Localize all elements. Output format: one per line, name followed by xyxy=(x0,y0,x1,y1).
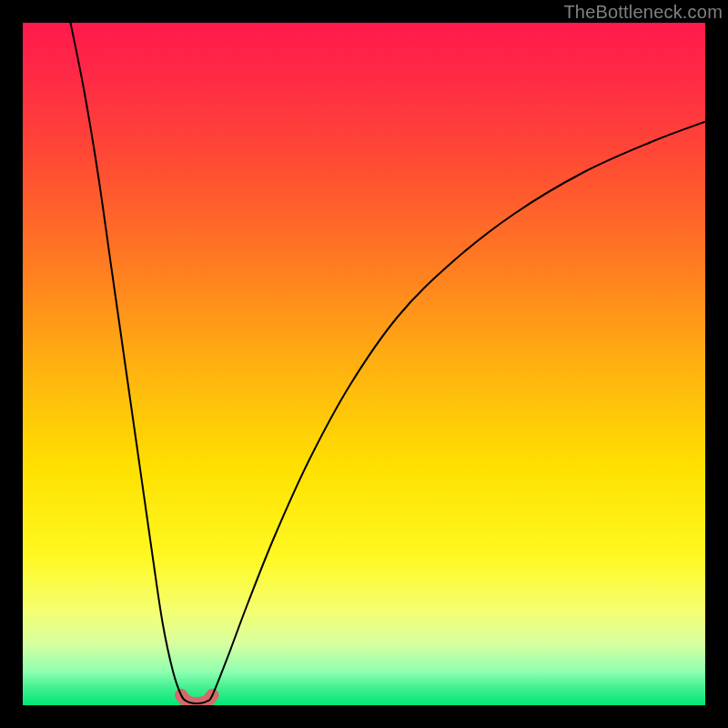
watermark-text: TheBottleneck.com xyxy=(563,2,723,23)
plot-area xyxy=(23,23,705,705)
curve-layer xyxy=(23,23,705,705)
chart-frame: TheBottleneck.com xyxy=(0,0,728,728)
bottleneck-curve xyxy=(71,23,706,703)
dip-highlight xyxy=(181,695,213,703)
